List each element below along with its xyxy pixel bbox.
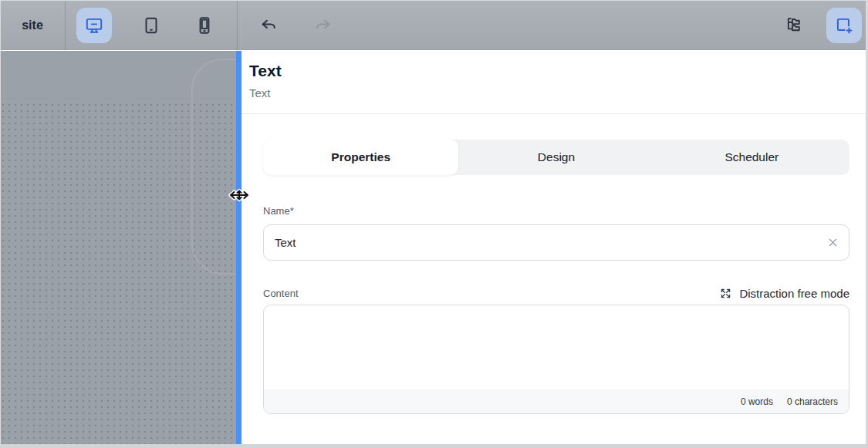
app-window: site	[0, 0, 868, 448]
content-editor[interactable]	[264, 305, 849, 390]
word-count: 0 words	[741, 396, 773, 407]
panel-tab-bar: Properties Design Scheduler	[263, 140, 849, 175]
phone-icon	[194, 15, 214, 35]
undo-button[interactable]	[251, 8, 286, 43]
properties-panel: Text Text Properties Design Scheduler Na…	[241, 51, 866, 444]
content-editor-container: 0 words 0 characters	[263, 305, 849, 414]
redo-button[interactable]	[305, 8, 340, 43]
toolbar-divider	[65, 0, 66, 50]
panel-title: Text	[249, 62, 282, 80]
desktop-monitor-icon	[84, 15, 104, 35]
page-tree-button[interactable]	[775, 8, 811, 43]
redo-icon	[313, 16, 333, 35]
tab-design[interactable]: Design	[458, 140, 654, 175]
tab-scheduler[interactable]: Scheduler	[654, 140, 849, 175]
add-section-icon	[834, 15, 854, 35]
character-count: 0 characters	[787, 396, 838, 407]
phone-preview-button[interactable]	[187, 8, 222, 43]
add-section-button[interactable]	[826, 8, 862, 43]
content-field-label: Content	[263, 288, 299, 299]
toolbar-divider	[237, 0, 238, 50]
clear-name-button[interactable]	[821, 231, 844, 254]
tablet-preview-button[interactable]	[133, 8, 169, 43]
canvas-dot-grid	[0, 102, 236, 444]
page-tree-icon	[783, 15, 803, 35]
name-input-container	[263, 224, 849, 261]
window-edge-left	[0, 0, 1, 448]
window-edge-bottom	[0, 444, 868, 448]
content-field-header: Content Distraction free mode	[263, 285, 849, 301]
panel-subtitle: Text	[249, 86, 271, 99]
name-input[interactable]	[264, 236, 821, 249]
panel-resize-handle[interactable]	[236, 51, 241, 444]
expand-arrows-icon	[719, 287, 732, 300]
name-field-label: Name*	[263, 205, 294, 217]
distraction-free-mode-button[interactable]: Distraction free mode	[719, 287, 849, 300]
desktop-preview-button[interactable]	[76, 8, 112, 43]
undo-icon	[259, 16, 279, 35]
tab-properties[interactable]: Properties	[263, 140, 458, 175]
site-preview-canvas[interactable]	[0, 51, 236, 444]
distraction-free-mode-label: Distraction free mode	[739, 287, 849, 300]
header-divider	[241, 113, 866, 114]
clear-x-icon	[827, 237, 839, 248]
site-label: site	[0, 0, 65, 50]
content-editor-footer: 0 words 0 characters	[264, 389, 849, 413]
window-edge-top	[0, 0, 868, 1]
top-toolbar: site	[0, 0, 868, 50]
tablet-icon	[141, 15, 161, 35]
